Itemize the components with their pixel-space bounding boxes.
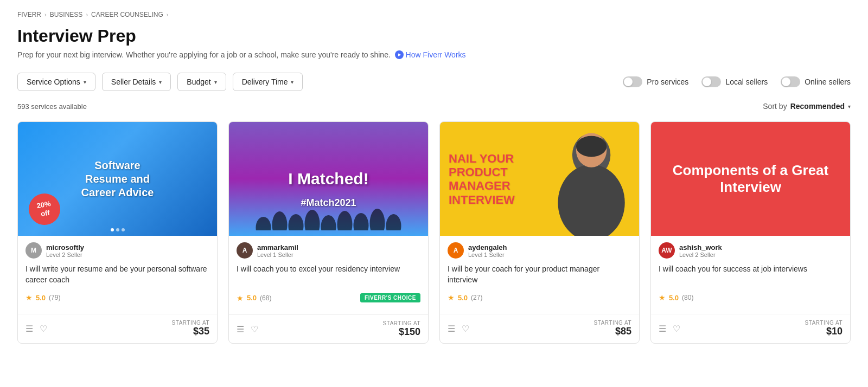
price-info-4: STARTING AT $10 <box>805 320 843 337</box>
price-2: $150 <box>399 326 420 337</box>
svg-point-10 <box>558 165 624 236</box>
rating-score-3: 5.0 <box>458 294 468 302</box>
svg-point-6 <box>354 213 369 230</box>
results-count: 593 services available <box>17 102 87 111</box>
card-body-3: A aydengaleh Level 1 Seller I will be yo… <box>440 236 639 314</box>
sort-by-value: Recommended <box>790 102 845 111</box>
card-actions-3: ☰ ♡ <box>448 324 469 334</box>
card-actions-2: ☰ ♡ <box>237 324 258 334</box>
local-sellers-toggle[interactable] <box>701 76 721 87</box>
rating-row-4: ★ 5.0 (80) <box>659 293 843 302</box>
dot-indicator <box>111 228 125 231</box>
chevron-down-icon: ▾ <box>214 79 217 85</box>
heart-icon-1[interactable]: ♡ <box>40 324 47 334</box>
person-silhouette-3 <box>544 122 639 236</box>
heart-icon-2[interactable]: ♡ <box>251 324 258 334</box>
service-card-1[interactable]: Software Resume and Career Advice 20%off… <box>17 121 218 344</box>
breadcrumb-fiverr[interactable]: FIVERR <box>17 11 41 18</box>
price-info-1: STARTING AT $35 <box>172 320 209 337</box>
play-icon <box>395 50 404 59</box>
seller-name-4: ashish_work <box>679 243 722 251</box>
service-options-filter[interactable]: Service Options ▾ <box>17 73 95 91</box>
seller-level-4: Level 2 Seller <box>679 251 722 258</box>
chevron-down-icon: ▾ <box>159 79 162 85</box>
starting-at-label-2: STARTING AT <box>383 320 420 326</box>
fiverrs-choice-badge: FIVERR'S CHOICE <box>360 293 420 302</box>
results-bar: 593 services available Sort by Recommend… <box>17 102 851 111</box>
chevron-down-icon: ▾ <box>291 79 293 85</box>
svg-point-5 <box>337 211 353 230</box>
seller-details-filter[interactable]: Seller Details ▾ <box>102 73 171 91</box>
card-footer-2: ☰ ♡ STARTING AT $150 <box>229 314 428 343</box>
seller-name-2: ammarkamil <box>257 243 298 251</box>
list-icon-4[interactable]: ☰ <box>659 324 666 334</box>
rating-row-2: ★ 5.0 (68) FIVERR'S CHOICE <box>237 293 420 302</box>
card-desc-3: I will be your coach for your product ma… <box>448 264 631 288</box>
price-3: $85 <box>615 326 631 337</box>
sort-by-selector[interactable]: Sort by Recommended ▾ <box>763 102 851 111</box>
breadcrumb-sep-1: › <box>44 11 47 18</box>
rating-row-3: ★ 5.0 (27) <box>448 293 631 302</box>
seller-info-1: microsoftly Level 2 Seller <box>46 243 84 258</box>
pro-services-toggle[interactable] <box>623 76 642 87</box>
card-footer-1: ☰ ♡ STARTING AT $35 <box>18 314 217 343</box>
avatar-4: AW <box>659 242 675 259</box>
breadcrumb: FIVERR › BUSINESS › CAREER COUNSELING › <box>17 11 851 18</box>
seller-level-3: Level 1 Seller <box>468 251 507 258</box>
dot-3 <box>122 228 125 231</box>
seller-row-3: A aydengaleh Level 1 Seller <box>448 242 631 259</box>
how-fiverr-works-link[interactable]: How Fiverr Works <box>406 50 466 59</box>
star-icon-4: ★ <box>659 293 666 302</box>
starting-at-label-1: STARTING AT <box>172 320 209 326</box>
online-sellers-label: Online sellers <box>805 78 851 86</box>
card-img-text-3: NAIL YOUR PRODUCT MANAGER INTERVIEW <box>449 131 558 227</box>
breadcrumb-business[interactable]: BUSINESS <box>50 11 83 18</box>
svg-point-2 <box>289 214 304 230</box>
rating-count-4: (80) <box>682 294 693 301</box>
list-icon-3[interactable]: ☰ <box>448 324 455 334</box>
breadcrumb-sep-3: › <box>167 11 169 18</box>
card-desc-2: I will coach you to excel your residency… <box>237 264 420 288</box>
rating-count-1: (79) <box>49 294 60 301</box>
rating-score-2: 5.0 <box>247 294 257 302</box>
chevron-down-icon: ▾ <box>84 79 86 85</box>
heart-icon-3[interactable]: ♡ <box>462 324 469 334</box>
breadcrumb-career[interactable]: CAREER COUNSELING <box>91 11 163 18</box>
svg-point-8 <box>386 214 401 230</box>
cards-grid: Software Resume and Career Advice 20%off… <box>17 121 851 344</box>
local-sellers-label: Local sellers <box>725 78 768 86</box>
star-icon-1: ★ <box>25 293 33 302</box>
card-desc-4: I will coach you for success at job inte… <box>659 264 843 288</box>
card-footer-3: ☰ ♡ STARTING AT $85 <box>440 314 639 343</box>
card-actions-4: ☰ ♡ <box>659 324 680 334</box>
budget-filter[interactable]: Budget ▾ <box>177 73 226 91</box>
card-desc-1: I will write your resume and be your per… <box>25 264 209 288</box>
svg-point-1 <box>272 211 288 230</box>
local-sellers-toggle-item: Local sellers <box>701 76 768 87</box>
price-info-3: STARTING AT $85 <box>594 320 631 337</box>
list-icon-2[interactable]: ☰ <box>237 324 244 334</box>
service-card-3[interactable]: NAIL YOUR PRODUCT MANAGER INTERVIEW A ay… <box>439 121 640 344</box>
card-body-2: A ammarkamil Level 1 Seller I will coach… <box>229 236 428 314</box>
seller-level-2: Level 1 Seller <box>257 251 298 258</box>
starting-at-label-3: STARTING AT <box>594 320 631 326</box>
filter-bar: Service Options ▾ Seller Details ▾ Budge… <box>17 73 851 91</box>
svg-point-4 <box>321 215 336 230</box>
service-card-2[interactable]: I Matched! #Match2021 <box>228 121 429 344</box>
svg-point-0 <box>256 217 271 230</box>
list-icon-1[interactable]: ☰ <box>25 324 33 334</box>
seller-level-1: Level 2 Seller <box>46 251 84 258</box>
star-icon-3: ★ <box>448 293 455 302</box>
seller-name-3: aydengaleh <box>468 243 507 251</box>
price-info-2: STARTING AT $150 <box>383 320 420 338</box>
avatar-3: A <box>448 242 464 259</box>
avatar-2: A <box>237 242 253 259</box>
badge-20off: 20%off <box>26 191 62 228</box>
heart-icon-4[interactable]: ♡ <box>673 324 680 334</box>
card-footer-4: ☰ ♡ STARTING AT $10 <box>651 314 850 343</box>
service-card-4[interactable]: Components of a Great Interview AW ashis… <box>650 121 851 344</box>
online-sellers-toggle[interactable] <box>781 76 800 87</box>
star-icon-2: ★ <box>237 294 244 302</box>
delivery-time-filter[interactable]: Delivery Time ▾ <box>233 73 303 91</box>
seller-info-2: ammarkamil Level 1 Seller <box>257 243 298 258</box>
